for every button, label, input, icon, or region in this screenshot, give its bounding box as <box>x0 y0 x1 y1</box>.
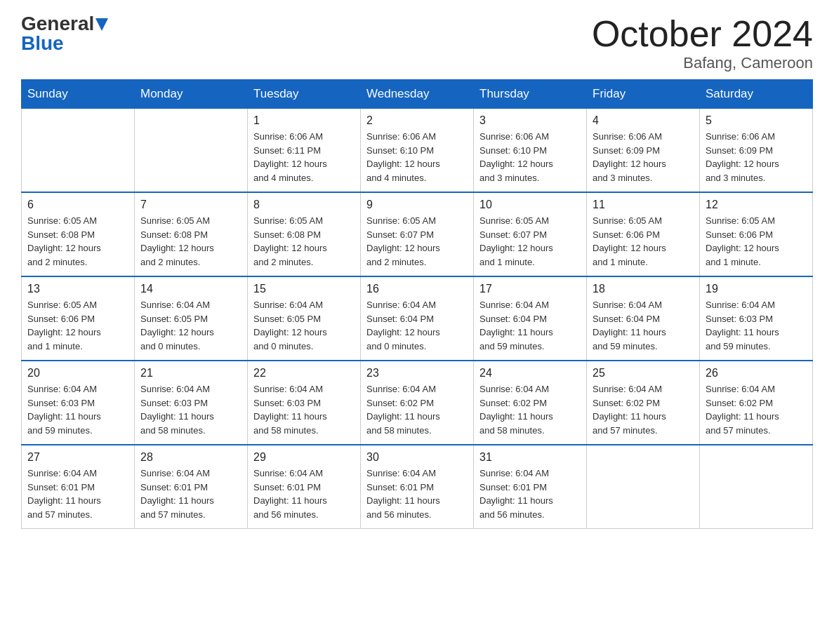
day-info: Sunrise: 6:04 AM Sunset: 6:02 PM Dayligh… <box>479 382 581 437</box>
day-number: 2 <box>366 114 468 127</box>
day-info: Sunrise: 6:04 AM Sunset: 6:03 PM Dayligh… <box>27 382 128 437</box>
day-number: 28 <box>140 451 241 464</box>
calendar-cell: 8Sunrise: 6:05 AM Sunset: 6:08 PM Daylig… <box>248 192 361 276</box>
day-number: 29 <box>253 451 355 464</box>
calendar-cell: 13Sunrise: 6:05 AM Sunset: 6:06 PM Dayli… <box>22 276 135 361</box>
location: Bafang, Cameroon <box>592 54 813 72</box>
calendar-cell: 19Sunrise: 6:04 AM Sunset: 6:03 PM Dayli… <box>700 276 813 361</box>
calendar-cell: 16Sunrise: 6:04 AM Sunset: 6:04 PM Dayli… <box>361 276 474 361</box>
day-info: Sunrise: 6:04 AM Sunset: 6:01 PM Dayligh… <box>140 467 241 521</box>
day-number: 3 <box>479 114 581 127</box>
day-number: 19 <box>706 283 807 295</box>
day-info: Sunrise: 6:04 AM Sunset: 6:02 PM Dayligh… <box>593 382 694 437</box>
calendar-header-tuesday: Tuesday <box>248 80 361 109</box>
calendar-cell: 17Sunrise: 6:04 AM Sunset: 6:04 PM Dayli… <box>474 276 587 361</box>
calendar-cell: 11Sunrise: 6:05 AM Sunset: 6:06 PM Dayli… <box>587 192 700 276</box>
day-info: Sunrise: 6:04 AM Sunset: 6:04 PM Dayligh… <box>593 298 694 353</box>
logo-blue: Blue <box>21 34 64 53</box>
day-info: Sunrise: 6:04 AM Sunset: 6:03 PM Dayligh… <box>706 298 807 353</box>
calendar-cell: 3Sunrise: 6:06 AM Sunset: 6:10 PM Daylig… <box>474 109 587 193</box>
calendar-cell: 22Sunrise: 6:04 AM Sunset: 6:03 PM Dayli… <box>248 361 361 445</box>
day-info: Sunrise: 6:05 AM Sunset: 6:06 PM Dayligh… <box>706 214 807 269</box>
day-info: Sunrise: 6:05 AM Sunset: 6:07 PM Dayligh… <box>366 214 468 269</box>
day-info: Sunrise: 6:06 AM Sunset: 6:10 PM Dayligh… <box>366 130 468 185</box>
day-number: 23 <box>366 367 468 380</box>
calendar-week-row: 6Sunrise: 6:05 AM Sunset: 6:08 PM Daylig… <box>22 192 813 276</box>
calendar-week-row: 20Sunrise: 6:04 AM Sunset: 6:03 PM Dayli… <box>22 361 813 445</box>
day-info: Sunrise: 6:04 AM Sunset: 6:04 PM Dayligh… <box>366 298 468 353</box>
calendar-header-row: SundayMondayTuesdayWednesdayThursdayFrid… <box>22 80 813 109</box>
calendar-table: SundayMondayTuesdayWednesdayThursdayFrid… <box>21 79 813 529</box>
calendar-cell: 20Sunrise: 6:04 AM Sunset: 6:03 PM Dayli… <box>22 361 135 445</box>
calendar-week-row: 27Sunrise: 6:04 AM Sunset: 6:01 PM Dayli… <box>22 445 813 529</box>
day-info: Sunrise: 6:04 AM Sunset: 6:02 PM Dayligh… <box>366 382 468 437</box>
calendar-header-wednesday: Wednesday <box>361 80 474 109</box>
day-number: 31 <box>479 451 581 464</box>
day-info: Sunrise: 6:05 AM Sunset: 6:08 PM Dayligh… <box>27 214 128 269</box>
calendar-cell: 23Sunrise: 6:04 AM Sunset: 6:02 PM Dayli… <box>361 361 474 445</box>
calendar-cell: 2Sunrise: 6:06 AM Sunset: 6:10 PM Daylig… <box>361 109 474 193</box>
day-info: Sunrise: 6:04 AM Sunset: 6:01 PM Dayligh… <box>366 467 468 521</box>
day-info: Sunrise: 6:05 AM Sunset: 6:08 PM Dayligh… <box>140 214 241 269</box>
calendar-cell: 18Sunrise: 6:04 AM Sunset: 6:04 PM Dayli… <box>587 276 700 361</box>
calendar-cell: 24Sunrise: 6:04 AM Sunset: 6:02 PM Dayli… <box>474 361 587 445</box>
calendar-cell <box>135 109 248 193</box>
calendar-cell: 9Sunrise: 6:05 AM Sunset: 6:07 PM Daylig… <box>361 192 474 276</box>
svg-marker-0 <box>95 18 108 31</box>
calendar-cell: 21Sunrise: 6:04 AM Sunset: 6:03 PM Dayli… <box>135 361 248 445</box>
calendar-cell <box>22 109 135 193</box>
day-number: 17 <box>479 283 581 295</box>
day-info: Sunrise: 6:04 AM Sunset: 6:02 PM Dayligh… <box>706 382 807 437</box>
month-title: October 2024 <box>592 14 813 54</box>
day-info: Sunrise: 6:04 AM Sunset: 6:01 PM Dayligh… <box>27 467 128 521</box>
calendar-header-sunday: Sunday <box>22 80 135 109</box>
day-info: Sunrise: 6:05 AM Sunset: 6:06 PM Dayligh… <box>593 214 694 269</box>
day-number: 14 <box>140 283 241 295</box>
day-number: 25 <box>593 367 694 380</box>
logo-general: General <box>21 14 94 34</box>
calendar-cell: 26Sunrise: 6:04 AM Sunset: 6:02 PM Dayli… <box>700 361 813 445</box>
calendar-cell: 28Sunrise: 6:04 AM Sunset: 6:01 PM Dayli… <box>135 445 248 529</box>
day-info: Sunrise: 6:04 AM Sunset: 6:01 PM Dayligh… <box>479 467 581 521</box>
day-number: 24 <box>479 367 581 380</box>
day-number: 30 <box>366 451 468 464</box>
calendar-cell: 10Sunrise: 6:05 AM Sunset: 6:07 PM Dayli… <box>474 192 587 276</box>
calendar-cell: 14Sunrise: 6:04 AM Sunset: 6:05 PM Dayli… <box>135 276 248 361</box>
day-number: 4 <box>593 114 694 127</box>
calendar-header-thursday: Thursday <box>474 80 587 109</box>
day-info: Sunrise: 6:05 AM Sunset: 6:07 PM Dayligh… <box>479 214 581 269</box>
calendar-week-row: 13Sunrise: 6:05 AM Sunset: 6:06 PM Dayli… <box>22 276 813 361</box>
calendar-cell: 1Sunrise: 6:06 AM Sunset: 6:11 PM Daylig… <box>248 109 361 193</box>
day-number: 15 <box>253 283 355 295</box>
day-number: 16 <box>366 283 468 295</box>
day-number: 7 <box>140 199 241 211</box>
day-number: 12 <box>706 199 807 211</box>
calendar-cell: 5Sunrise: 6:06 AM Sunset: 6:09 PM Daylig… <box>700 109 813 193</box>
day-number: 18 <box>593 283 694 295</box>
calendar-cell: 31Sunrise: 6:04 AM Sunset: 6:01 PM Dayli… <box>474 445 587 529</box>
day-info: Sunrise: 6:05 AM Sunset: 6:06 PM Dayligh… <box>27 298 128 353</box>
day-info: Sunrise: 6:04 AM Sunset: 6:04 PM Dayligh… <box>479 298 581 353</box>
day-number: 9 <box>366 199 468 211</box>
day-number: 10 <box>479 199 581 211</box>
day-info: Sunrise: 6:06 AM Sunset: 6:09 PM Dayligh… <box>706 130 807 185</box>
calendar-week-row: 1Sunrise: 6:06 AM Sunset: 6:11 PM Daylig… <box>22 109 813 193</box>
day-number: 11 <box>593 199 694 211</box>
day-info: Sunrise: 6:06 AM Sunset: 6:10 PM Dayligh… <box>479 130 581 185</box>
calendar-cell: 27Sunrise: 6:04 AM Sunset: 6:01 PM Dayli… <box>22 445 135 529</box>
calendar-cell <box>700 445 813 529</box>
logo: General Blue <box>21 14 108 53</box>
title-section: October 2024 Bafang, Cameroon <box>592 14 813 72</box>
day-number: 26 <box>706 367 807 380</box>
calendar-cell: 15Sunrise: 6:04 AM Sunset: 6:05 PM Dayli… <box>248 276 361 361</box>
calendar-cell: 12Sunrise: 6:05 AM Sunset: 6:06 PM Dayli… <box>700 192 813 276</box>
calendar-cell: 6Sunrise: 6:05 AM Sunset: 6:08 PM Daylig… <box>22 192 135 276</box>
calendar-cell: 30Sunrise: 6:04 AM Sunset: 6:01 PM Dayli… <box>361 445 474 529</box>
day-number: 27 <box>27 451 128 464</box>
day-info: Sunrise: 6:04 AM Sunset: 6:05 PM Dayligh… <box>140 298 241 353</box>
day-number: 20 <box>27 367 128 380</box>
calendar-header-saturday: Saturday <box>700 80 813 109</box>
calendar-header-friday: Friday <box>587 80 700 109</box>
calendar-cell: 7Sunrise: 6:05 AM Sunset: 6:08 PM Daylig… <box>135 192 248 276</box>
day-number: 13 <box>27 283 128 295</box>
